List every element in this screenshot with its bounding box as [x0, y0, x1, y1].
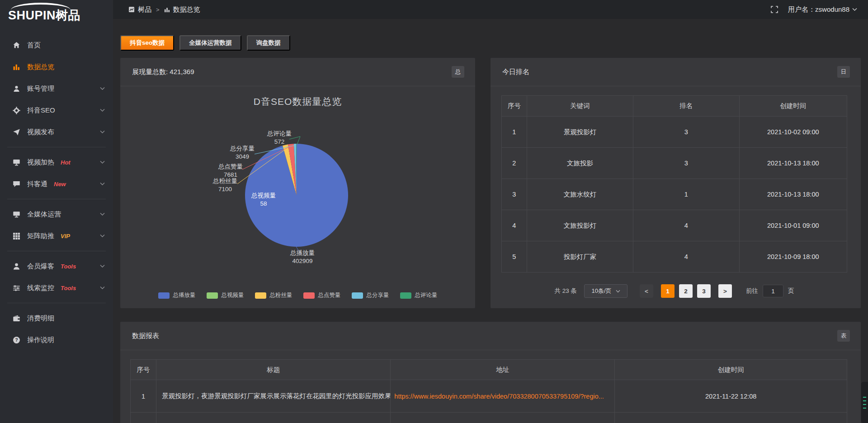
pie-label-4: 总分享量3049	[213, 145, 272, 161]
table-cell: 文旅水纹灯	[527, 179, 633, 210]
next-page-button[interactable]: >	[718, 284, 732, 298]
monitor-icon	[13, 211, 20, 218]
sidebar-item-label: 账号管理	[27, 85, 54, 93]
sliders-icon	[13, 284, 20, 292]
pie-label-2: 总粉丝量7100	[196, 177, 255, 193]
breadcrumb-label: 数据总览	[173, 5, 200, 14]
sidebar-item-6[interactable]: 视频加热Hot	[0, 151, 113, 173]
table-row: 3文旅水纹灯12021-10-13 18:00	[502, 179, 847, 210]
question-icon: ?	[13, 336, 20, 344]
user-icon	[13, 85, 20, 93]
sidebar-item-4[interactable]: 视频发布	[0, 121, 113, 143]
legend-item[interactable]: 总视频量	[207, 291, 244, 299]
prev-page-button[interactable]: <	[640, 284, 653, 298]
legend-label: 总点赞量	[318, 291, 341, 299]
sidebar-item-label: 抖客通	[27, 180, 47, 188]
sidebar-badge: Tools	[61, 263, 76, 270]
user-menu[interactable]: 用户名：zswodun88	[788, 5, 857, 14]
breadcrumb-home[interactable]: 树品	[128, 5, 151, 14]
pie-label-name: 总评论量	[250, 130, 309, 138]
tab-2[interactable]: 询盘数据	[247, 35, 290, 51]
legend-item[interactable]: 总分享量	[352, 291, 389, 299]
sidebar-item-0[interactable]: 首页	[0, 34, 113, 56]
content-area: 抖音seo数据全媒体运营数据询盘数据 展现量总数: 421,369 总 D音SE…	[113, 19, 868, 423]
home-icon	[13, 42, 20, 49]
table-cell: 2021-10-13 18:00	[739, 148, 847, 179]
report-button[interactable]: 表	[837, 330, 850, 342]
sidebar-item-7[interactable]: 抖客通New	[0, 173, 113, 195]
table-cell: 1	[131, 380, 156, 413]
legend-label: 总分享量	[367, 291, 389, 299]
fullscreen-icon[interactable]	[771, 6, 778, 13]
legend-item[interactable]: 总粉丝量	[255, 291, 292, 299]
sidebar-item-label: 数据总览	[27, 63, 54, 71]
table-cell: 2021-10-01 09:00	[739, 210, 847, 241]
table-cell: 文旅投影	[527, 148, 633, 179]
sidebar-item-16[interactable]: ?操作说明	[0, 329, 113, 351]
legend-item[interactable]: 总评论量	[400, 291, 438, 299]
pie-label-name: 总分享量	[213, 145, 272, 153]
table-cell: 2	[502, 148, 527, 179]
table-cell: 2021-10-13 18:00	[739, 179, 847, 210]
table-cell: 4	[633, 210, 740, 241]
tab-0[interactable]: 抖音seo数据	[120, 35, 174, 51]
gear-icon	[13, 107, 20, 114]
floating-contact-widget[interactable]	[861, 382, 868, 423]
sidebar-item-label: 视频发布	[27, 128, 54, 136]
legend-swatch	[400, 292, 411, 299]
table-cell: 2021-11-22 12:08	[615, 380, 847, 413]
report-title: 数据报表	[132, 332, 159, 340]
sidebar: SHUPIN树品 首页数据总览账号管理抖音SEO视频发布视频加热Hot抖客通Ne…	[0, 0, 113, 423]
sidebar-item-3[interactable]: 抖音SEO	[0, 99, 113, 121]
overview-panel: 展现量总数: 421,369 总 D音SEO数据量总览 总播放量402909总视…	[120, 58, 475, 308]
sidebar-item-2[interactable]: 账号管理	[0, 78, 113, 99]
table-row: 5投影灯厂家42021-10-09 18:00	[502, 241, 847, 273]
table-cell: 3	[633, 148, 740, 179]
overview-total-button[interactable]: 总	[452, 66, 464, 78]
grid-icon	[13, 232, 20, 240]
chart-legend: 总播放量总视频量总粉丝量总点赞量总分享量总评论量	[120, 291, 475, 299]
sidebar-item-1[interactable]: 数据总览	[0, 56, 113, 78]
goto-page-input[interactable]	[763, 285, 783, 297]
page-unit-label: 页	[788, 287, 794, 295]
table-row: 4文旅投影灯42021-10-01 09:00	[502, 210, 847, 241]
sidebar-item-13[interactable]: 线索监控Tools	[0, 277, 113, 299]
report-table: 序号标题地址创建时间 1景观投影灯，夜游景观投影灯厂家展示展示落花灯在花园里的灯…	[130, 359, 847, 423]
sidebar-item-12[interactable]: 会员爆客Tools	[0, 255, 113, 277]
chat-icon	[13, 180, 20, 188]
send-icon	[13, 128, 20, 136]
sidebar-item-15[interactable]: 消费明细	[0, 307, 113, 329]
pie-label-1: 总视频量58	[234, 192, 293, 208]
sidebar-item-9[interactable]: 全媒体运营	[0, 203, 113, 225]
sidebar-divider	[7, 147, 106, 147]
pagination-total: 共 23 条	[554, 287, 577, 295]
app-icon	[128, 6, 135, 13]
column-header: 排名	[633, 96, 740, 117]
member-icon	[13, 263, 20, 270]
table-cell: 4	[502, 210, 527, 241]
table-cell: 1	[633, 179, 740, 210]
chevron-down-icon	[100, 108, 105, 112]
sidebar-item-10[interactable]: 矩阵助推VIP	[0, 225, 113, 247]
page-button-3[interactable]: 3	[697, 284, 711, 298]
breadcrumb-current[interactable]: 数据总览	[164, 5, 200, 14]
tab-1[interactable]: 全媒体运营数据	[179, 35, 241, 51]
sidebar-item-label: 抖音SEO	[27, 106, 55, 115]
chevron-down-icon	[616, 290, 620, 293]
pie-label-name: 总播放量	[273, 249, 332, 257]
legend-item[interactable]: 总点赞量	[303, 291, 341, 299]
pie-label-value: 402909	[273, 257, 332, 265]
data-tabs: 抖音seo数据全媒体运营数据询盘数据	[120, 35, 861, 51]
legend-item[interactable]: 总播放量	[158, 291, 196, 299]
page-button-1[interactable]: 1	[661, 284, 675, 298]
video-link[interactable]: https://www.iesdouyin.com/share/video/70…	[391, 380, 615, 413]
table-cell: 2021-10-09 18:00	[739, 241, 847, 273]
today-ranking-button[interactable]: 日	[837, 66, 850, 78]
column-header: 关键词	[527, 96, 633, 117]
legend-label: 总粉丝量	[270, 291, 292, 299]
pie-label-value: 7681	[201, 171, 260, 179]
today-ranking-panel: 今日排名 日 序号关键词排名创建时间 1景观投影灯32021-10-02 09:…	[491, 58, 861, 308]
page-size-select[interactable]: 10条/页	[584, 284, 627, 298]
page-button-2[interactable]: 2	[679, 284, 693, 298]
legend-swatch	[303, 292, 315, 299]
